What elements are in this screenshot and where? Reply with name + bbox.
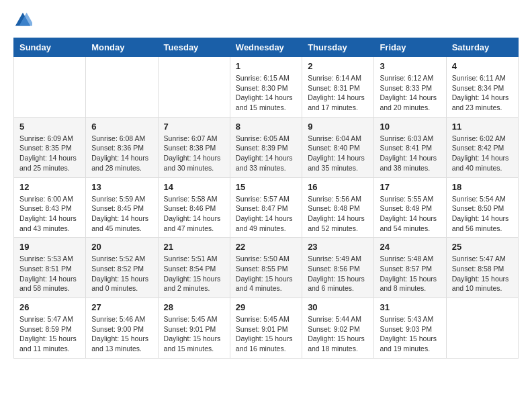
day-info: Sunrise: 5:54 AMSunset: 8:50 PMDaylight:… — [452, 194, 513, 234]
day-info: Sunrise: 5:47 AMSunset: 8:59 PMDaylight:… — [19, 314, 80, 354]
calendar-week-3: 12Sunrise: 6:00 AMSunset: 8:43 PMDayligh… — [14, 177, 519, 238]
day-info: Sunrise: 6:08 AMSunset: 8:36 PMDaylight:… — [91, 134, 152, 173]
day-info: Sunrise: 5:45 AMSunset: 9:01 PMDaylight:… — [164, 314, 224, 354]
day-info: Sunrise: 6:12 AMSunset: 8:33 PMDaylight:… — [380, 73, 440, 113]
calendar-cell: 25Sunrise: 5:47 AMSunset: 8:58 PMDayligh… — [446, 238, 518, 298]
calendar-cell: 29Sunrise: 5:45 AMSunset: 9:01 PMDayligh… — [230, 298, 302, 359]
day-info: Sunrise: 6:11 AMSunset: 8:34 PMDaylight:… — [452, 73, 513, 113]
calendar-cell: 28Sunrise: 5:45 AMSunset: 9:01 PMDayligh… — [158, 298, 230, 359]
day-number: 19 — [19, 242, 80, 252]
calendar-week-1: 1Sunrise: 6:15 AMSunset: 8:30 PMDaylight… — [14, 57, 519, 118]
calendar-cell: 1Sunrise: 6:15 AMSunset: 8:30 PMDaylight… — [230, 57, 302, 118]
day-number: 18 — [452, 182, 513, 192]
day-info: Sunrise: 5:43 AMSunset: 9:03 PMDaylight:… — [380, 314, 440, 354]
day-number: 2 — [308, 61, 368, 71]
day-info: Sunrise: 5:52 AMSunset: 8:52 PMDaylight:… — [91, 254, 152, 293]
calendar-cell: 21Sunrise: 5:51 AMSunset: 8:54 PMDayligh… — [158, 238, 230, 298]
day-number: 24 — [380, 242, 440, 252]
day-number: 17 — [380, 182, 440, 192]
day-number: 26 — [19, 302, 80, 312]
day-info: Sunrise: 5:55 AMSunset: 8:49 PMDaylight:… — [380, 194, 440, 234]
calendar-cell: 18Sunrise: 5:54 AMSunset: 8:50 PMDayligh… — [446, 177, 518, 238]
day-number: 14 — [164, 182, 224, 192]
calendar-cell: 31Sunrise: 5:43 AMSunset: 9:03 PMDayligh… — [374, 298, 446, 359]
calendar-cell — [86, 57, 158, 118]
calendar-table: SundayMondayTuesdayWednesdayThursdayFrid… — [13, 38, 519, 359]
day-number: 15 — [236, 182, 296, 192]
day-info: Sunrise: 6:05 AMSunset: 8:39 PMDaylight:… — [236, 134, 296, 173]
day-number: 20 — [91, 242, 152, 252]
weekday-header-row: SundayMondayTuesdayWednesdayThursdayFrid… — [14, 38, 519, 57]
calendar-cell: 11Sunrise: 6:02 AMSunset: 8:42 PMDayligh… — [446, 117, 518, 177]
day-number: 5 — [19, 122, 80, 132]
calendar-cell: 23Sunrise: 5:49 AMSunset: 8:56 PMDayligh… — [302, 238, 374, 298]
day-number: 27 — [91, 302, 152, 312]
weekday-header-monday: Monday — [86, 38, 158, 57]
calendar-cell: 27Sunrise: 5:46 AMSunset: 9:00 PMDayligh… — [86, 298, 158, 359]
calendar-cell: 5Sunrise: 6:09 AMSunset: 8:35 PMDaylight… — [14, 117, 86, 177]
calendar-cell: 13Sunrise: 5:59 AMSunset: 8:45 PMDayligh… — [86, 177, 158, 238]
weekday-header-thursday: Thursday — [302, 38, 374, 57]
day-number: 9 — [308, 122, 368, 132]
day-info: Sunrise: 5:45 AMSunset: 9:01 PMDaylight:… — [236, 314, 296, 354]
day-info: Sunrise: 5:50 AMSunset: 8:55 PMDaylight:… — [236, 254, 296, 293]
weekday-header-wednesday: Wednesday — [230, 38, 302, 57]
calendar-cell: 15Sunrise: 5:57 AMSunset: 8:47 PMDayligh… — [230, 177, 302, 238]
weekday-header-saturday: Saturday — [446, 38, 518, 57]
day-info: Sunrise: 5:59 AMSunset: 8:45 PMDaylight:… — [91, 194, 152, 234]
calendar-week-4: 19Sunrise: 5:53 AMSunset: 8:51 PMDayligh… — [14, 238, 519, 298]
header — [13, 11, 519, 30]
day-info: Sunrise: 6:04 AMSunset: 8:40 PMDaylight:… — [308, 134, 368, 173]
calendar-cell: 8Sunrise: 6:05 AMSunset: 8:39 PMDaylight… — [230, 117, 302, 177]
calendar-cell: 30Sunrise: 5:44 AMSunset: 9:02 PMDayligh… — [302, 298, 374, 359]
day-number: 22 — [236, 242, 296, 252]
calendar-cell: 19Sunrise: 5:53 AMSunset: 8:51 PMDayligh… — [14, 238, 86, 298]
calendar-cell: 24Sunrise: 5:48 AMSunset: 8:57 PMDayligh… — [374, 238, 446, 298]
calendar-week-5: 26Sunrise: 5:47 AMSunset: 8:59 PMDayligh… — [14, 298, 519, 359]
calendar-cell: 3Sunrise: 6:12 AMSunset: 8:33 PMDaylight… — [374, 57, 446, 118]
day-number: 1 — [236, 61, 296, 71]
day-number: 10 — [380, 122, 440, 132]
day-info: Sunrise: 5:57 AMSunset: 8:47 PMDaylight:… — [236, 194, 296, 234]
day-info: Sunrise: 5:56 AMSunset: 8:48 PMDaylight:… — [308, 194, 368, 234]
calendar-cell: 2Sunrise: 6:14 AMSunset: 8:31 PMDaylight… — [302, 57, 374, 118]
day-info: Sunrise: 6:15 AMSunset: 8:30 PMDaylight:… — [236, 73, 296, 113]
day-number: 16 — [308, 182, 368, 192]
day-number: 21 — [164, 242, 224, 252]
day-info: Sunrise: 5:53 AMSunset: 8:51 PMDaylight:… — [19, 254, 80, 293]
calendar-cell: 9Sunrise: 6:04 AMSunset: 8:40 PMDaylight… — [302, 117, 374, 177]
calendar-cell: 14Sunrise: 5:58 AMSunset: 8:46 PMDayligh… — [158, 177, 230, 238]
day-number: 29 — [236, 302, 296, 312]
weekday-header-tuesday: Tuesday — [158, 38, 230, 57]
calendar-cell: 17Sunrise: 5:55 AMSunset: 8:49 PMDayligh… — [374, 177, 446, 238]
calendar-cell: 22Sunrise: 5:50 AMSunset: 8:55 PMDayligh… — [230, 238, 302, 298]
day-number: 13 — [91, 182, 152, 192]
logo — [13, 11, 35, 30]
day-info: Sunrise: 5:48 AMSunset: 8:57 PMDaylight:… — [380, 254, 440, 293]
calendar-cell — [158, 57, 230, 118]
calendar-cell: 6Sunrise: 6:08 AMSunset: 8:36 PMDaylight… — [86, 117, 158, 177]
weekday-header-sunday: Sunday — [14, 38, 86, 57]
day-info: Sunrise: 5:44 AMSunset: 9:02 PMDaylight:… — [308, 314, 368, 354]
day-number: 30 — [308, 302, 368, 312]
calendar-cell: 20Sunrise: 5:52 AMSunset: 8:52 PMDayligh… — [86, 238, 158, 298]
day-number: 8 — [236, 122, 296, 132]
calendar-cell: 7Sunrise: 6:07 AMSunset: 8:38 PMDaylight… — [158, 117, 230, 177]
day-info: Sunrise: 5:46 AMSunset: 9:00 PMDaylight:… — [91, 314, 152, 354]
calendar-cell — [14, 57, 86, 118]
day-number: 12 — [19, 182, 80, 192]
day-info: Sunrise: 5:51 AMSunset: 8:54 PMDaylight:… — [164, 254, 224, 293]
day-number: 11 — [452, 122, 513, 132]
day-info: Sunrise: 5:47 AMSunset: 8:58 PMDaylight:… — [452, 254, 513, 293]
day-info: Sunrise: 6:00 AMSunset: 8:43 PMDaylight:… — [19, 194, 80, 234]
page: SundayMondayTuesdayWednesdayThursdayFrid… — [0, 0, 532, 369]
day-number: 31 — [380, 302, 440, 312]
day-info: Sunrise: 6:02 AMSunset: 8:42 PMDaylight:… — [452, 134, 513, 173]
day-info: Sunrise: 6:14 AMSunset: 8:31 PMDaylight:… — [308, 73, 368, 113]
day-number: 28 — [164, 302, 224, 312]
day-info: Sunrise: 6:03 AMSunset: 8:41 PMDaylight:… — [380, 134, 440, 173]
day-number: 6 — [91, 122, 152, 132]
day-number: 4 — [452, 61, 513, 71]
day-number: 23 — [308, 242, 368, 252]
day-info: Sunrise: 6:09 AMSunset: 8:35 PMDaylight:… — [19, 134, 80, 173]
